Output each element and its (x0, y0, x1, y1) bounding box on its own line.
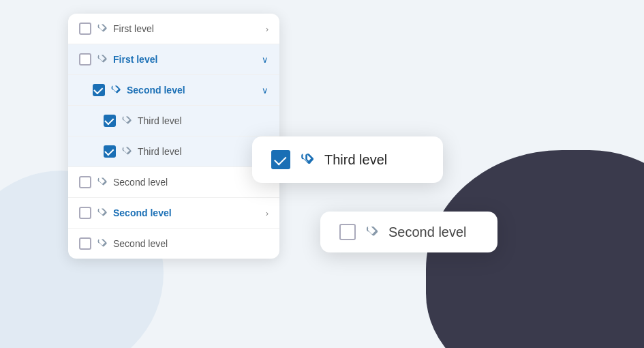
label-row2: First level (113, 54, 256, 65)
chevron-row1: › (266, 24, 269, 34)
label-row6: Second level (113, 177, 269, 188)
float-card-2-label: Second level (388, 224, 478, 240)
checkbox-row8[interactable] (79, 237, 91, 250)
tag-icon-row6 (97, 177, 108, 188)
list-item-row3[interactable]: Second level∨ (68, 75, 279, 106)
tag-icon-row3 (110, 85, 121, 96)
tag-icon-row1 (97, 23, 108, 34)
label-row3: Second level (127, 85, 256, 96)
checkbox-row6[interactable] (79, 176, 91, 188)
checkbox-row1[interactable] (79, 23, 91, 35)
list-item-row8[interactable]: Second level (68, 229, 279, 259)
list-item-row7[interactable]: Second level› (68, 198, 279, 229)
checkbox-row4[interactable] (104, 115, 116, 127)
checkbox-third-level-float[interactable] (271, 150, 290, 169)
label-row4: Third level (138, 115, 269, 126)
float-card-second-level: Second level (320, 212, 497, 252)
tag-icon-row5 (121, 146, 132, 157)
chevron-row2: ∨ (262, 55, 269, 65)
tag-icon-row7 (97, 207, 108, 218)
main-list-panel: First level› First level∨ Second level∨ … (68, 14, 279, 259)
label-row8: Second level (113, 238, 269, 249)
label-row1: First level (113, 23, 260, 34)
list-item-row2[interactable]: First level∨ (68, 44, 279, 75)
label-row7: Second level (113, 207, 260, 218)
checkbox-row5[interactable] (104, 145, 116, 158)
tag-icon-row8 (97, 238, 108, 249)
checkbox-row3[interactable] (93, 84, 105, 96)
list-item-row6[interactable]: Second level (68, 167, 279, 198)
list-item-row5[interactable]: Third level (68, 136, 279, 167)
chevron-row3: ∨ (262, 85, 269, 96)
chevron-row7: › (266, 208, 269, 218)
label-row5: Third level (138, 146, 269, 157)
list-item-row1[interactable]: First level› (68, 14, 279, 44)
checkbox-second-level-float[interactable] (339, 224, 356, 240)
list-item-row4[interactable]: Third level (68, 106, 279, 136)
tag-icon-third-level-float (300, 152, 315, 167)
checkbox-row7[interactable] (79, 207, 91, 219)
tag-icon-row2 (97, 54, 108, 65)
tag-icon-row4 (121, 115, 132, 126)
tag-icon-second-level-float (365, 225, 379, 239)
float-card-1-label: Third level (324, 152, 424, 168)
checkbox-row2[interactable] (79, 53, 91, 66)
float-card-third-level: Third level (252, 136, 443, 183)
